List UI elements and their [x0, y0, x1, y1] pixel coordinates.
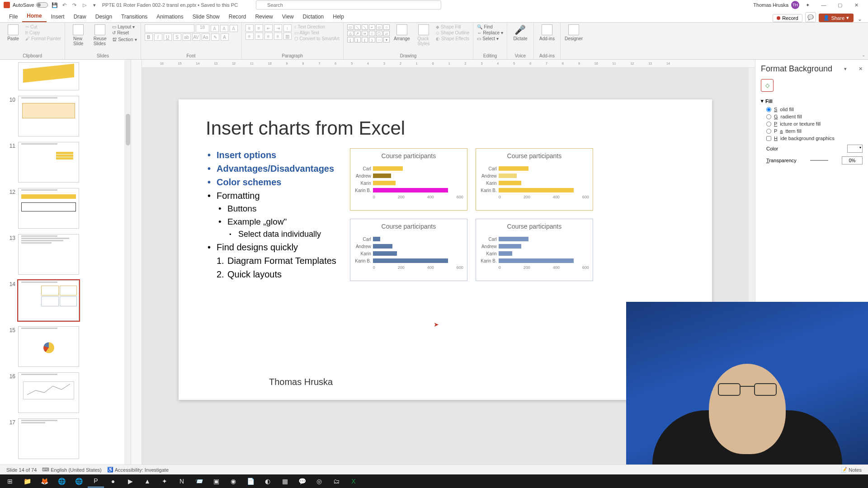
tab-design[interactable]: Design: [91, 11, 117, 22]
language-status[interactable]: ⌨ English (United States): [39, 467, 104, 473]
italic-button[interactable]: I: [154, 33, 162, 41]
font-size-input[interactable]: 18: [196, 24, 209, 33]
select-button[interactable]: ▭ Select ▾: [477, 36, 503, 41]
shape-callout-icon[interactable]: ▱: [383, 31, 390, 36]
chart-3[interactable]: Course participantsCarlAndrewKarinKarin …: [350, 219, 467, 281]
shape-connector-icon[interactable]: ⌐: [369, 24, 375, 30]
minimize-icon[interactable]: —: [816, 0, 832, 9]
decrease-font-icon[interactable]: A: [220, 25, 228, 32]
layout-button[interactable]: ▭ Layout ▾: [112, 24, 137, 29]
redo-icon[interactable]: ↷: [71, 2, 78, 8]
app-icon-8[interactable]: ◎: [311, 475, 327, 488]
shape-more2-icon[interactable]: ▾: [383, 37, 390, 42]
fill-section-header[interactable]: ▾Fill: [761, 98, 863, 104]
tab-review[interactable]: Review: [250, 11, 277, 22]
reset-button[interactable]: ↺ Reset: [112, 30, 137, 35]
replace-button[interactable]: ↔ Replace ▾: [477, 30, 503, 35]
text-direction-button[interactable]: ↕ Text Direction: [294, 24, 340, 29]
app-icon-3[interactable]: ✦: [156, 475, 173, 488]
undo-icon[interactable]: ↶: [61, 2, 68, 8]
edge-icon[interactable]: 🌐: [71, 475, 87, 488]
chart-2[interactable]: Course participantsCarlAndrewKarinKarin …: [476, 148, 593, 211]
slide-title[interactable]: Insert charts from Excel: [206, 117, 685, 139]
shape-rect2-icon[interactable]: ▭: [376, 24, 382, 30]
chrome-icon[interactable]: 🌐: [53, 475, 70, 488]
chart-4[interactable]: Course participantsCarlAndrewKarinKarin …: [476, 219, 593, 281]
shape-oval-icon[interactable]: ○: [383, 24, 390, 30]
shape-rect-icon[interactable]: ▭: [347, 24, 354, 30]
app-icon-2[interactable]: ▲: [139, 475, 156, 488]
chart-1[interactable]: Course participantsCarlAndrewKarinKarin …: [350, 148, 467, 211]
addins-button[interactable]: Add-ins: [538, 24, 557, 41]
user-account[interactable]: Thomas Hruska TH: [753, 1, 799, 9]
from-beginning-icon[interactable]: ▷: [81, 2, 88, 8]
align-text-button[interactable]: ▭ Align Text: [294, 30, 340, 35]
thumb-slide-12[interactable]: [18, 188, 79, 229]
color-picker-button[interactable]: [847, 145, 863, 153]
shape-hex-icon[interactable]: ⬡: [376, 31, 382, 36]
clear-format-icon[interactable]: A: [230, 25, 238, 32]
picture-fill-radio[interactable]: Picture or texture fill: [761, 121, 863, 127]
app-icon-1[interactable]: ●: [105, 475, 121, 488]
decrease-indent-button[interactable]: ⇤: [264, 24, 273, 32]
shape-line2-icon[interactable]: ＼: [362, 24, 368, 30]
reuse-slides-button[interactable]: Reuse Slides: [90, 24, 109, 46]
coming-soon-icon[interactable]: ✦: [799, 0, 816, 9]
thumb-slide-11[interactable]: [18, 142, 79, 183]
tab-draw[interactable]: Draw: [69, 11, 91, 22]
vlc-icon[interactable]: ▶: [122, 475, 138, 488]
justify-button[interactable]: ≡: [274, 33, 282, 40]
thumb-slide-10[interactable]: [18, 96, 79, 136]
tab-help[interactable]: Help: [328, 11, 349, 22]
shape-effects-button[interactable]: ◐ Shape Effects: [436, 36, 469, 41]
solid-fill-radio[interactable]: Solid fill: [761, 107, 863, 112]
bold-button[interactable]: B: [145, 33, 153, 41]
explorer-icon[interactable]: 📁: [19, 475, 35, 488]
share-button[interactable]: 👤 Share ▾: [819, 14, 854, 22]
shadow-button[interactable]: ab: [183, 33, 191, 41]
autosave-switch[interactable]: [36, 2, 48, 8]
font-name-input[interactable]: [145, 24, 194, 33]
onenote-icon[interactable]: N: [174, 475, 190, 488]
shapes-gallery[interactable]: ▭＼＼⌐▭○ △↗⇒☆⬡▱ {}()⋯▾: [347, 24, 390, 42]
notepad-icon[interactable]: 📄: [242, 475, 259, 488]
numbering-button[interactable]: ≡: [255, 24, 263, 32]
char-spacing-button[interactable]: AV: [192, 33, 200, 41]
slide-counter[interactable]: Slide 14 of 74: [4, 467, 39, 473]
shape-brace2-icon[interactable]: }: [354, 37, 361, 42]
shape-brace-icon[interactable]: {: [347, 37, 354, 42]
font-color-button[interactable]: A: [221, 33, 229, 41]
tab-transitions[interactable]: Transitions: [117, 11, 152, 22]
shape-arrow2-icon[interactable]: ⇒: [362, 31, 368, 36]
convert-smartart-button[interactable]: ⬡ Convert to SmartArt: [294, 36, 340, 41]
app-icon-9[interactable]: 🗂: [328, 475, 344, 488]
tab-insert[interactable]: Insert: [47, 11, 69, 22]
new-slide-button[interactable]: New Slide: [69, 24, 88, 46]
quick-styles-button[interactable]: Quick Styles: [414, 24, 433, 46]
close-icon[interactable]: ✕: [848, 0, 864, 9]
highlight-button[interactable]: ✎: [211, 33, 219, 41]
document-title[interactable]: PPTE 01 Roter Faden 002-2 transl en.pptx…: [102, 2, 238, 8]
search-input[interactable]: [256, 0, 441, 9]
search-box[interactable]: 🔍: [256, 0, 441, 9]
autosave-toggle[interactable]: AutoSave: [13, 2, 48, 8]
thumb-slide-15[interactable]: [18, 326, 79, 367]
thumb-slide-13[interactable]: [18, 234, 79, 275]
change-case-button[interactable]: Aa: [202, 33, 210, 41]
app-icon-6[interactable]: ◐: [259, 475, 276, 488]
pane-close-icon[interactable]: ✕: [859, 66, 863, 72]
align-right-button[interactable]: ≡: [264, 33, 273, 40]
shape-more-icon[interactable]: ⋯: [376, 37, 382, 42]
shape-outline-button[interactable]: ◇ Shape Outline: [436, 30, 469, 35]
line-spacing-button[interactable]: ↕: [283, 24, 292, 32]
slide-bullets[interactable]: Insert options Advantages/Disadvantages …: [206, 148, 336, 281]
shape-arrow-icon[interactable]: ↗: [354, 31, 361, 36]
app-icon-7[interactable]: ▦: [277, 475, 293, 488]
notes-button[interactable]: 📝 Notes: [838, 467, 864, 473]
thumb-slide-17[interactable]: [18, 418, 79, 459]
align-center-button[interactable]: ≡: [255, 33, 263, 40]
increase-indent-button[interactable]: ⇥: [274, 24, 282, 32]
pane-options-icon[interactable]: ▾: [844, 66, 847, 72]
paste-button[interactable]: Paste: [4, 24, 23, 41]
find-button[interactable]: 🔍 Find: [477, 24, 503, 29]
